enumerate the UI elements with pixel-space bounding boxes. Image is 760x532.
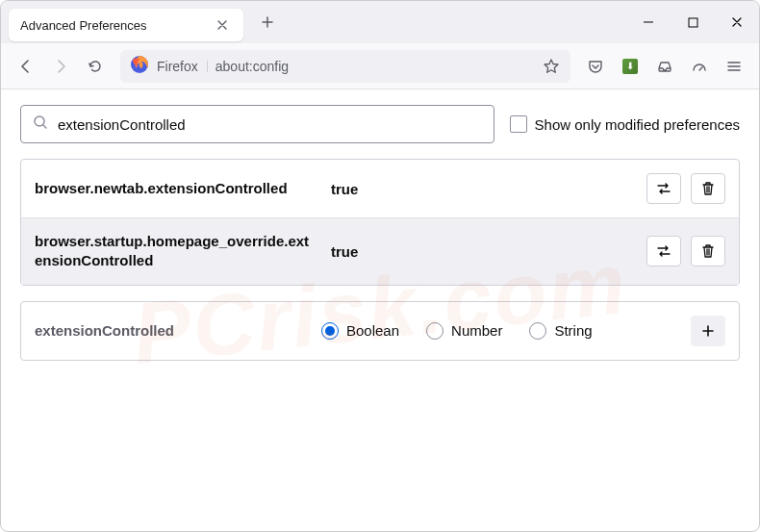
browser-tab[interactable]: Advanced Preferences [9, 9, 243, 41]
close-window-button[interactable] [715, 1, 759, 43]
type-string[interactable]: String [529, 322, 592, 340]
window-controls [626, 1, 759, 43]
new-tab-button[interactable] [253, 8, 282, 37]
new-preference-row: extensionControlled Boolean Number Strin… [20, 301, 740, 361]
search-box[interactable] [20, 105, 494, 143]
url-text: about:config [215, 59, 534, 74]
identity-label: Firefox [157, 59, 208, 74]
preference-row[interactable]: browser.startup.homepage_override.extens… [21, 217, 739, 285]
bookmark-star-icon[interactable] [542, 57, 561, 76]
preference-value: true [331, 243, 639, 260]
type-label: Number [451, 322, 502, 339]
preference-value: true [331, 181, 639, 197]
menu-button[interactable] [719, 51, 749, 82]
close-tab-icon[interactable] [213, 15, 232, 35]
tab-title: Advanced Preferences [20, 18, 203, 33]
delete-button[interactable] [691, 236, 725, 266]
radio-icon [426, 322, 443, 340]
title-bar: Advanced Preferences [1, 1, 759, 43]
content-area: Show only modified preferences browser.n… [1, 89, 759, 376]
extension-icon[interactable]: ⬇ [615, 51, 646, 82]
type-label: String [554, 322, 592, 339]
preference-name: browser.startup.homepage_override.extens… [35, 232, 323, 271]
type-boolean[interactable]: Boolean [321, 322, 399, 340]
url-bar[interactable]: Firefox about:config [120, 50, 570, 83]
reload-button[interactable] [80, 51, 111, 82]
preference-row[interactable]: browser.newtab.extensionControlled true [21, 160, 739, 217]
pocket-icon[interactable] [580, 51, 611, 82]
add-button[interactable] [691, 316, 725, 346]
toggle-button[interactable] [646, 173, 681, 204]
type-number[interactable]: Number [426, 322, 502, 340]
meter-icon[interactable] [684, 51, 715, 82]
search-icon [33, 114, 48, 134]
new-preference-name: extensionControlled [35, 322, 314, 339]
modified-only-toggle[interactable]: Show only modified preferences [510, 115, 740, 133]
inbox-icon[interactable] [649, 51, 680, 82]
forward-button[interactable] [45, 51, 76, 82]
preference-name: browser.newtab.extensionControlled [35, 179, 323, 198]
maximize-button[interactable] [671, 1, 715, 43]
back-button[interactable] [11, 51, 41, 82]
radio-icon [529, 322, 546, 340]
preference-actions [646, 173, 725, 204]
search-row: Show only modified preferences [20, 105, 740, 143]
search-input[interactable] [58, 116, 482, 133]
preference-actions [646, 236, 725, 266]
preference-list: browser.newtab.extensionControlled true … [20, 159, 740, 286]
svg-rect-0 [689, 18, 697, 27]
firefox-logo-icon [130, 55, 149, 78]
type-options: Boolean Number String [321, 322, 683, 340]
radio-icon [321, 322, 339, 340]
type-label: Boolean [346, 322, 399, 339]
modified-only-label: Show only modified preferences [535, 116, 740, 133]
navigation-toolbar: Firefox about:config ⬇ [1, 43, 759, 89]
minimize-button[interactable] [626, 1, 671, 43]
delete-button[interactable] [691, 173, 725, 204]
toggle-button[interactable] [646, 236, 681, 266]
checkbox-icon [510, 115, 527, 133]
